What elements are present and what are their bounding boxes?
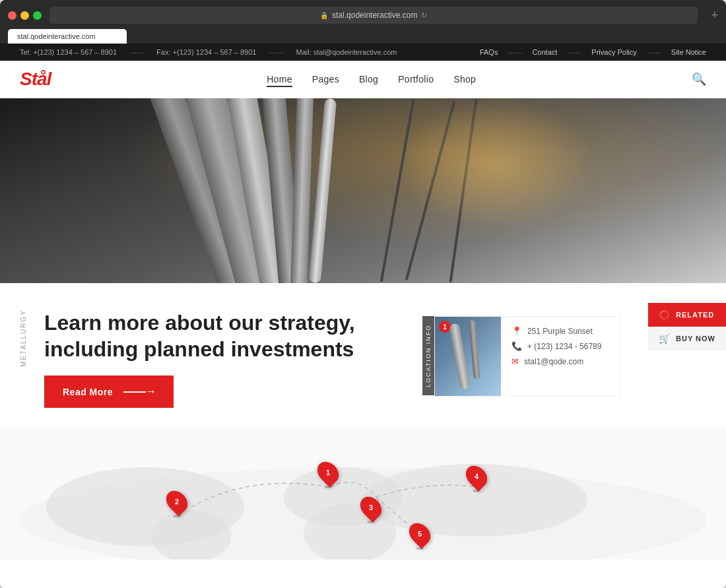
email-icon: ✉ (512, 356, 519, 366)
browser-window: 🔒 stal.qodeinteractive.com ↻ + stal.qode… (0, 0, 726, 588)
website: Tel: +(123) 1234 – 567 – 8901 —— Fax: +(… (0, 44, 726, 588)
location-address-text: 251 Purple Sunset (527, 327, 593, 336)
top-bar-right: FAQs —— Contact —— Privacy Policy —— Sit… (480, 48, 706, 56)
read-more-button[interactable]: Read More ——→ (44, 376, 174, 408)
metallurgy-label: METALLURGY (20, 310, 27, 367)
location-email-item: ✉ stal1@qode.com (512, 356, 609, 366)
location-card-wrapper: LOCATION INFO 1 📍 251 Purple Sunset (422, 316, 620, 397)
related-icon: ⭕ (659, 310, 671, 320)
content-text-area: Learn more about our strategy, including… (44, 310, 355, 408)
nav-home[interactable]: Home (267, 73, 292, 85)
main-nav: Stål Home Pages Blog Portfolio Shop 🔍 (0, 61, 726, 98)
location-phone-item: 📞 + (123) 1234 - 56789 (512, 341, 609, 351)
location-phone-text: + (123) 1234 - 56789 (527, 342, 601, 351)
url-text: stal.qodeinteractive.com (332, 11, 417, 20)
read-more-label: Read More (63, 387, 113, 397)
close-button[interactable] (8, 11, 16, 20)
address-bar[interactable]: 🔒 stal.qodeinteractive.com ↻ (50, 7, 698, 24)
map-pin-2[interactable]: 2 (168, 490, 186, 517)
location-number: 1 (439, 321, 451, 333)
buy-now-button[interactable]: 🛒 BUY NOW (648, 327, 726, 350)
site-logo[interactable]: Stål (20, 69, 51, 90)
phone-icon: 📞 (512, 341, 522, 351)
maximize-button[interactable] (33, 11, 42, 20)
privacy-link[interactable]: Privacy Policy (591, 48, 636, 56)
location-card: 1 📍 251 Purple Sunset 📞 + (123) 1 (434, 316, 620, 397)
content-section: METALLURGY Learn more about our strategy… (0, 283, 726, 428)
fax-text: Fax: +(123) 1234 – 567 – 8901 (156, 48, 256, 56)
main-heading: Learn more about our strategy, including… (44, 310, 355, 362)
location-email-text: stal1@qode.com (524, 357, 583, 366)
hero-image (0, 98, 726, 283)
mail-text: Mail: stal@qodeinteractive.com (296, 48, 397, 56)
site-notice-link[interactable]: Site Notice (671, 48, 706, 56)
buy-label: BUY NOW (676, 335, 715, 343)
nav-pages[interactable]: Pages (312, 73, 339, 85)
nav-shop[interactable]: Shop (453, 73, 476, 85)
cart-icon: 🛒 (659, 333, 671, 344)
location-pin-icon: 📍 (512, 326, 522, 336)
related-label: RELATED (676, 311, 714, 319)
sep2: —— (269, 49, 282, 56)
pipe-decoration (309, 98, 337, 283)
arrow-icon: ——→ (123, 385, 155, 399)
nav-portfolio[interactable]: Portfolio (398, 73, 434, 85)
content-main: METALLURGY Learn more about our strategy… (20, 310, 409, 408)
traffic-lights (8, 11, 42, 20)
map-pin-3[interactable]: 3 (362, 496, 380, 523)
minimize-button[interactable] (20, 11, 29, 20)
top-bar: Tel: +(123) 1234 – 567 – 8901 —— Fax: +(… (0, 44, 726, 61)
map-section: 1 2 3 4 5 (0, 428, 726, 560)
faqs-link[interactable]: FAQs (480, 48, 498, 56)
refresh-icon: ↻ (421, 11, 427, 20)
pipe-decoration (290, 98, 314, 283)
map-pin-4[interactable]: 4 (467, 465, 486, 492)
related-button[interactable]: ⭕ RELATED (648, 303, 726, 327)
contact-link[interactable]: Contact (532, 48, 557, 56)
sep1: —— (130, 49, 143, 56)
location-address-item: 📍 251 Purple Sunset (512, 326, 609, 336)
browser-chrome: 🔒 stal.qodeinteractive.com ↻ + stal.qode… (0, 0, 726, 44)
nav-links: Home Pages Blog Portfolio Shop (267, 73, 476, 85)
location-image: 1 (435, 317, 501, 396)
sidebar-buttons: ⭕ RELATED 🛒 BUY NOW (648, 303, 726, 350)
loc-pipe-decoration (469, 320, 480, 380)
map-pin-5[interactable]: 5 (411, 522, 429, 550)
sunlight-effect (396, 98, 594, 230)
search-icon[interactable]: 🔍 (692, 72, 706, 86)
location-info: 📍 251 Purple Sunset 📞 + (123) 1234 - 567… (501, 317, 620, 396)
loc-pipe-decoration (449, 323, 470, 389)
nav-blog[interactable]: Blog (359, 73, 378, 85)
phone-text: Tel: +(123) 1234 – 567 – 8901 (20, 48, 117, 56)
map-pin-1[interactable]: 1 (319, 461, 337, 488)
lock-icon: 🔒 (320, 12, 328, 19)
new-tab-button[interactable]: + (711, 9, 718, 22)
browser-tab[interactable]: stal.qodeinteractive.com (8, 29, 127, 44)
location-info-label: LOCATION INFO (422, 316, 434, 395)
